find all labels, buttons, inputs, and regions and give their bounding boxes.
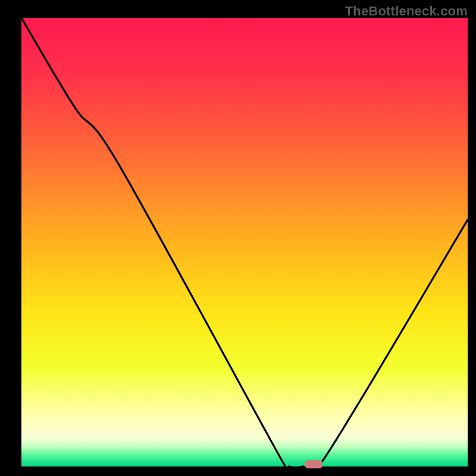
bottleneck-chart <box>0 0 476 476</box>
watermark-text: TheBottleneck.com <box>345 4 468 19</box>
optimal-point-marker <box>305 460 322 468</box>
plot-background <box>21 18 468 466</box>
chart-frame: TheBottleneck.com <box>0 0 476 476</box>
